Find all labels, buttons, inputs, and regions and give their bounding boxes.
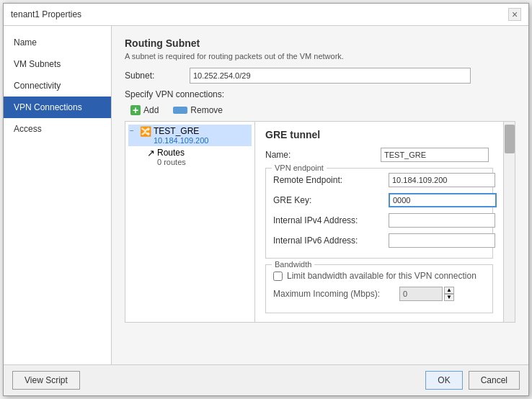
main-content: Routing Subnet A subnet is required for …: [112, 26, 528, 364]
max-incoming-input[interactable]: [399, 287, 443, 301]
routes-label: Routes: [157, 148, 186, 158]
spinner-buttons: ▲ ▼: [444, 287, 454, 301]
vpn-panel: − 🔀 TEST_GRE 10.184.109.200 ↗ Routes: [125, 121, 515, 323]
subnet-input[interactable]: [190, 68, 471, 84]
subnet-row: Subnet:: [125, 68, 515, 84]
vpn-toolbar: + Add Remove: [125, 104, 515, 117]
section-title: Routing Subnet: [125, 37, 515, 49]
view-script-button[interactable]: View Script: [12, 371, 80, 390]
ok-button[interactable]: OK: [425, 371, 462, 390]
ipv6-input[interactable]: [389, 233, 495, 248]
add-icon: +: [130, 105, 141, 115]
vpn-icon: 🔀: [140, 126, 151, 137]
footer-right: OK Cancel: [425, 371, 520, 390]
vpn-endpoint-group: VPN endpoint Remote Endpoint: GRE Key: I…: [265, 168, 493, 259]
detail-panel: GRE tunnel Name: VPN endpoint Remote End…: [255, 122, 503, 322]
tree-item-routes[interactable]: ↗ Routes 0 routes: [146, 146, 252, 168]
max-incoming-row: Maximum Incoming (Mbps): ▲ ▼: [273, 287, 485, 301]
remove-button[interactable]: Remove: [167, 104, 229, 117]
scrollbar-track[interactable]: [503, 122, 515, 322]
specify-label: Specify VPN connections:: [125, 89, 515, 99]
tree-panel: − 🔀 TEST_GRE 10.184.109.200 ↗ Routes: [125, 122, 255, 322]
routes-count: 0 routes: [157, 158, 186, 166]
vpn-endpoint-legend: VPN endpoint: [272, 163, 327, 172]
max-incoming-label: Maximum Incoming (Mbps):: [273, 289, 399, 299]
tree-item-ip: 10.184.109.200: [154, 136, 208, 145]
sidebar-item-vm-subnets[interactable]: VM Subnets: [4, 53, 111, 75]
bandwidth-checkbox[interactable]: [273, 272, 283, 281]
dialog-title: tenant1 Properties: [11, 9, 81, 19]
add-label: Add: [143, 105, 159, 115]
name-input[interactable]: [381, 148, 489, 162]
ipv4-label: Internal IPv4 Address:: [273, 215, 389, 225]
bandwidth-checkbox-row: Limit bandwidth available for this VPN c…: [273, 271, 485, 281]
gre-key-row: GRE Key:: [273, 193, 485, 207]
spinner-down[interactable]: ▼: [444, 294, 454, 301]
bandwidth-check-label: Limit bandwidth available for this VPN c…: [287, 271, 476, 281]
tree-child-routes: ↗ Routes 0 routes: [128, 146, 252, 168]
scrollbar-thumb: [505, 125, 515, 153]
remove-icon: [173, 107, 187, 114]
subnet-label: Subnet:: [125, 71, 190, 81]
sidebar-item-name[interactable]: Name: [4, 32, 111, 53]
remote-endpoint-row: Remote Endpoint:: [273, 173, 485, 187]
gre-title: GRE tunnel: [265, 129, 493, 140]
remote-endpoint-input[interactable]: [389, 173, 495, 187]
section-desc: A subnet is required for routing packets…: [125, 52, 515, 60]
cancel-button[interactable]: Cancel: [469, 371, 520, 390]
sidebar-item-vpn-connections[interactable]: VPN Connections: [4, 97, 111, 118]
add-button[interactable]: + Add: [125, 104, 164, 117]
remote-endpoint-label: Remote Endpoint:: [273, 175, 389, 185]
bandwidth-group: Bandwidth Limit bandwidth available for …: [265, 264, 493, 313]
footer-left: View Script: [12, 371, 80, 390]
close-button[interactable]: ×: [508, 8, 521, 21]
ipv6-row: Internal IPv6 Address:: [273, 233, 485, 248]
title-bar: tenant1 Properties ×: [4, 4, 528, 26]
ipv4-row: Internal IPv4 Address:: [273, 213, 485, 228]
gre-key-input[interactable]: [389, 193, 497, 207]
tree-toggle[interactable]: −: [130, 127, 138, 135]
routes-icon: ↗: [147, 148, 155, 158]
bandwidth-legend: Bandwidth: [272, 260, 314, 269]
tree-item-test-gre[interactable]: − 🔀 TEST_GRE 10.184.109.200: [128, 125, 252, 146]
sidebar: Name VM Subnets Connectivity VPN Connect…: [4, 26, 112, 364]
sidebar-item-access[interactable]: Access: [4, 118, 111, 140]
name-row: Name:: [265, 148, 493, 162]
name-label: Name:: [265, 150, 381, 160]
ipv4-input[interactable]: [389, 213, 495, 228]
tree-item-name: TEST_GRE: [154, 126, 208, 136]
sidebar-item-connectivity[interactable]: Connectivity: [4, 75, 111, 97]
dialog-body: Name VM Subnets Connectivity VPN Connect…: [4, 26, 528, 364]
footer: View Script OK Cancel: [4, 364, 528, 395]
ipv6-label: Internal IPv6 Address:: [273, 236, 389, 246]
gre-key-label: GRE Key:: [273, 195, 389, 205]
remove-label: Remove: [190, 105, 223, 115]
main-dialog: tenant1 Properties × Name VM Subnets Con…: [3, 3, 529, 396]
spinner-up[interactable]: ▲: [444, 287, 454, 294]
